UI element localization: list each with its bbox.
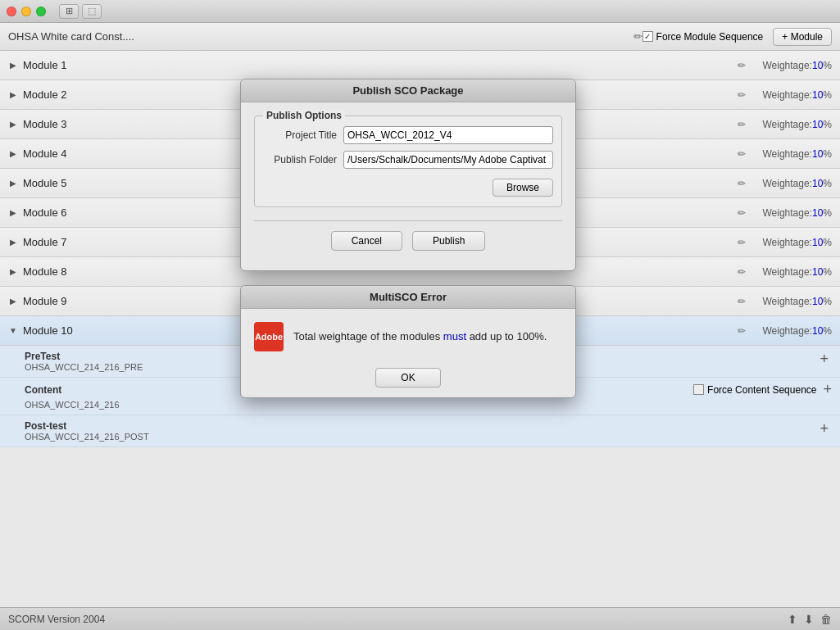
main-content: OHSA White card Const.... ✏ ✓ Force Modu…	[0, 23, 840, 630]
content-subtitle: OHSA_WCCI_214_216	[25, 400, 832, 410]
ok-button[interactable]: OK	[375, 368, 440, 388]
module-7-edit-icon[interactable]: ✏	[738, 237, 746, 248]
module-1-name: Module 1	[23, 59, 738, 71]
move-up-icon[interactable]: ⬆	[788, 613, 797, 626]
add-module-button[interactable]: + Module	[773, 28, 832, 46]
module-1-weightage-pct: %	[823, 60, 832, 71]
close-button[interactable]	[7, 7, 16, 16]
module-8-edit-icon[interactable]: ✏	[738, 266, 746, 278]
publish-options-legend: Publish Options	[263, 110, 345, 121]
module-9-arrow[interactable]: ▶	[8, 297, 18, 306]
publish-folder-input[interactable]	[343, 151, 553, 169]
module-3-edit-icon[interactable]: ✏	[738, 119, 746, 130]
main-window: ⊞ ⬚ OHSA White card Const.... ✏ ✓ Force …	[0, 0, 840, 630]
module-5-edit-icon[interactable]: ✏	[738, 178, 746, 189]
force-module-sequence[interactable]: ✓ Force Module Sequence	[642, 31, 764, 43]
publish-dialog-title: Publish SCO Package	[241, 79, 575, 102]
module-10-edit-icon[interactable]: ✏	[738, 325, 746, 337]
edit-title-icon[interactable]: ✏	[633, 30, 642, 43]
statusbar-icons: ⬆ ⬇ 🗑	[788, 613, 832, 626]
publish-dialog-buttons: Cancel Publish	[254, 228, 562, 257]
error-dialog: MultiSCO Error Adobe Total weightage of …	[240, 285, 576, 398]
dialog-divider	[254, 220, 562, 221]
module-8-arrow[interactable]: ▶	[8, 267, 18, 277]
delete-icon[interactable]: 🗑	[820, 613, 832, 626]
publish-folder-label: Publish Folder	[263, 154, 337, 165]
pretest-title: PreTest	[25, 351, 143, 362]
icon-btn-1[interactable]: ⊞	[59, 4, 79, 19]
maximize-button[interactable]	[36, 7, 46, 16]
publish-dialog: Publish SCO Package Publish Options Proj…	[240, 79, 576, 271]
project-title: OHSA White card Const....	[8, 30, 629, 43]
content-title: Content	[25, 384, 61, 396]
publish-options-group: Publish Options Project Title Publish Fo…	[254, 116, 562, 207]
module-1-arrow[interactable]: ▶	[8, 61, 18, 70]
module-5-arrow[interactable]: ▶	[8, 179, 18, 188]
titlebar: ⊞ ⬚	[0, 0, 840, 23]
pretest-add-icon[interactable]: +	[820, 351, 829, 368]
force-content-checkbox[interactable]	[693, 384, 704, 395]
icon-btn-2[interactable]: ⬚	[82, 4, 102, 19]
error-message: Total weightage of the modules must add …	[293, 329, 547, 344]
cancel-button[interactable]: Cancel	[331, 231, 402, 251]
project-title-input[interactable]	[343, 126, 553, 144]
force-module-checkbox[interactable]: ✓	[642, 31, 653, 42]
module-2-edit-icon[interactable]: ✏	[738, 89, 746, 101]
module-1-weightage-label: Weightage:	[762, 60, 812, 71]
browse-button[interactable]: Browse	[493, 179, 553, 197]
posttest-subtitle: OHSA_WCCI_214_216_POST	[25, 432, 149, 442]
module-9-edit-icon[interactable]: ✏	[738, 296, 746, 307]
publish-button[interactable]: Publish	[412, 231, 485, 251]
force-module-label: Force Module Sequence	[656, 31, 764, 43]
module-2-arrow[interactable]: ▶	[8, 90, 18, 100]
module-1-edit-icon[interactable]: ✏	[738, 60, 746, 71]
project-title-row: Project Title	[263, 126, 553, 144]
module-10-arrow[interactable]: ▼	[8, 326, 18, 336]
pretest-subtitle: OHSA_WCCI_214_216_PRE	[25, 362, 143, 372]
module-3-arrow[interactable]: ▶	[8, 120, 18, 129]
module-row: ▶ Module 1 ✏ Weightage: 10 %	[0, 51, 840, 80]
module-1-weightage-value: 10	[812, 60, 823, 71]
minimize-button[interactable]	[21, 7, 31, 16]
posttest-title: Post-test	[25, 420, 149, 432]
publish-folder-row: Publish Folder	[263, 151, 553, 169]
adobe-icon: Adobe	[254, 322, 284, 351]
module-6-edit-icon[interactable]: ✏	[738, 207, 746, 219]
module-7-arrow[interactable]: ▶	[8, 238, 18, 247]
module-4-arrow[interactable]: ▶	[8, 149, 18, 159]
content-add-icon[interactable]: +	[823, 381, 832, 398]
move-down-icon[interactable]: ⬇	[804, 613, 814, 626]
statusbar: SCORM Version 2004 ⬆ ⬇ 🗑	[0, 607, 840, 630]
project-title-form-label: Project Title	[263, 129, 337, 141]
error-dialog-buttons: OK	[241, 365, 575, 397]
force-content-sequence[interactable]: Force Content Sequence	[693, 384, 816, 396]
posttest-row: Post-test OHSA_WCCI_214_216_POST +	[0, 415, 840, 447]
toolbar: OHSA White card Const.... ✏ ✓ Force Modu…	[0, 23, 840, 51]
posttest-add-icon[interactable]: +	[820, 420, 829, 437]
module-4-edit-icon[interactable]: ✏	[738, 148, 746, 160]
scorm-version-label: SCORM Version 2004	[8, 614, 105, 625]
error-body: Adobe Total weightage of the modules mus…	[241, 309, 575, 365]
force-content-label: Force Content Sequence	[707, 384, 816, 396]
error-dialog-title: MultiSCO Error	[241, 286, 575, 309]
module-6-arrow[interactable]: ▶	[8, 208, 18, 218]
